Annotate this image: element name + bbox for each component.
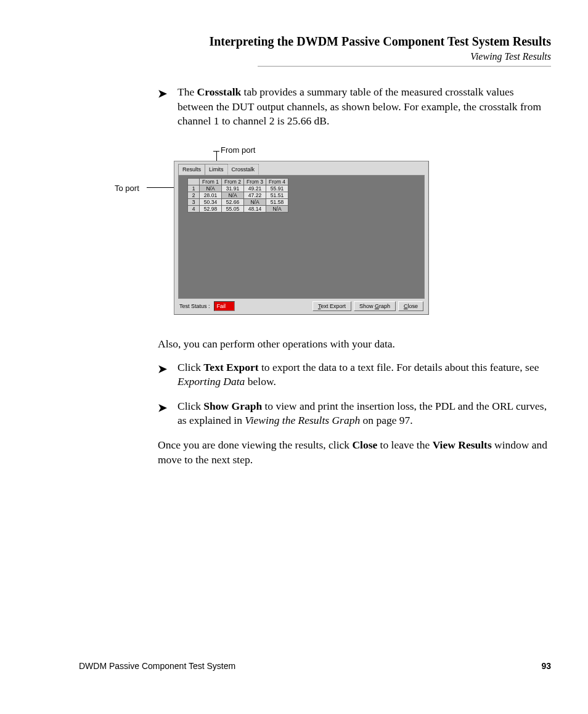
figure-crosstalk-screenshot: From port To port Results Limits Crossta… (115, 142, 551, 327)
text-run: below. (245, 375, 276, 387)
show-graph-button[interactable]: Show Graph (354, 301, 396, 311)
cell: 55.05 (222, 206, 244, 213)
tab-crosstalk[interactable]: Crosstalk (227, 164, 259, 175)
tab-results[interactable]: Results (178, 164, 205, 175)
bottom-bar: Test Status : Fail Text Export Show Grap… (174, 299, 428, 314)
bullet-arrow-icon: ➤ (158, 87, 167, 102)
cell: N/A (244, 199, 266, 206)
text-italic: Viewing the Results Graph (245, 414, 360, 426)
text-bold: View Results (433, 439, 492, 451)
text-run: to export the data to a text file. For d… (259, 361, 539, 373)
callout-line (213, 151, 219, 152)
bullet-show-graph: ➤ Click Show Graph to view and print the… (158, 399, 551, 428)
table-row: 2 28.01 N/A 47.22 51.51 (188, 192, 288, 199)
tab-bar: Results Limits Crosstalk (174, 161, 428, 175)
chapter-title: Interpreting the DWDM Passive Component … (79, 34, 551, 49)
bullet-arrow-icon: ➤ (158, 362, 167, 377)
tab-limits[interactable]: Limits (205, 164, 228, 175)
text-run: The (178, 86, 197, 98)
text-run: on page 97. (360, 414, 413, 426)
page-footer: DWDM Passive Component Test System 93 (79, 661, 551, 671)
col-header: From 2 (222, 179, 244, 185)
footer-title: DWDM Passive Component Test System (79, 661, 235, 671)
text-export-button[interactable]: Text Export (312, 301, 351, 311)
cell: 52.98 (200, 206, 222, 213)
row-header: 3 (188, 199, 200, 206)
row-header: 4 (188, 206, 200, 213)
crosstalk-table: From 1 From 2 From 3 From 4 1 N/A 31.91 … (187, 178, 288, 213)
cell: 52.66 (222, 199, 244, 206)
paragraph-other-ops: Also, you can perform other operations w… (158, 337, 551, 352)
row-header: 1 (188, 185, 200, 192)
text-run: Once you are done viewing the results, c… (158, 439, 352, 451)
text-run: to leave the (377, 439, 432, 451)
bullet-text-export: ➤ Click Text Export to export the data t… (158, 360, 551, 389)
test-status-label: Test Status : (179, 302, 210, 310)
text-run: Click (178, 400, 203, 412)
crosstalk-panel: From 1 From 2 From 3 From 4 1 N/A 31.91 … (178, 175, 425, 299)
col-header: From 3 (244, 179, 266, 185)
cell: 49.21 (244, 185, 266, 192)
test-status-value: Fail (214, 301, 235, 311)
header-rule (258, 66, 551, 67)
view-results-window: Results Limits Crosstalk From 1 From 2 F… (174, 161, 429, 315)
btn-label: ext Export (321, 303, 346, 309)
cell: N/A (222, 192, 244, 199)
callout-from-port: From port (221, 145, 255, 156)
text-bold: Crosstalk (197, 86, 242, 98)
callout-to-port: To port (115, 183, 139, 194)
section-subtitle: Viewing Test Results (79, 51, 551, 62)
table-row: 3 50.34 52.66 N/A 51.58 (188, 199, 288, 206)
col-header: From 4 (266, 179, 288, 185)
text-bold: Show Graph (203, 400, 262, 412)
bullet-crosstalk-intro: ➤ The Crosstalk tab provides a summary t… (158, 85, 551, 129)
cell: 51.51 (266, 192, 288, 199)
table-corner (188, 179, 200, 185)
cell: 50.34 (200, 199, 222, 206)
table-row: 4 52.98 55.05 48.14 N/A (188, 206, 288, 213)
cell: 51.58 (266, 199, 288, 206)
row-header: 2 (188, 192, 200, 199)
cell: 55.91 (266, 185, 288, 192)
cell: 47.22 (244, 192, 266, 199)
text-bold: Text Export (203, 361, 258, 373)
table-row: 1 N/A 31.91 49.21 55.91 (188, 185, 288, 192)
close-button[interactable]: Close (398, 301, 423, 311)
col-header: From 1 (200, 179, 222, 185)
text-bold: Close (352, 439, 377, 451)
cell: N/A (266, 206, 288, 213)
cell: 28.01 (200, 192, 222, 199)
page-number: 93 (541, 661, 551, 671)
text-italic: Exporting Data (178, 375, 245, 387)
bullet-arrow-icon: ➤ (158, 401, 167, 416)
cell: 48.14 (244, 206, 266, 213)
cell: 31.91 (222, 185, 244, 192)
paragraph-close: Once you are done viewing the results, c… (158, 438, 551, 467)
text-run: Click (178, 361, 203, 373)
cell: N/A (200, 185, 222, 192)
